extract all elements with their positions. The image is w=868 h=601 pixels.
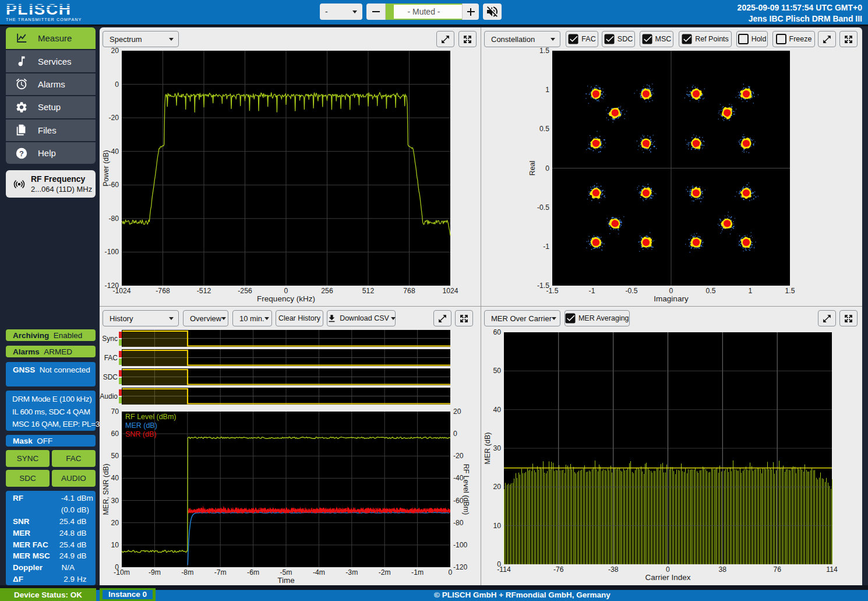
- svg-text:?: ?: [19, 149, 24, 157]
